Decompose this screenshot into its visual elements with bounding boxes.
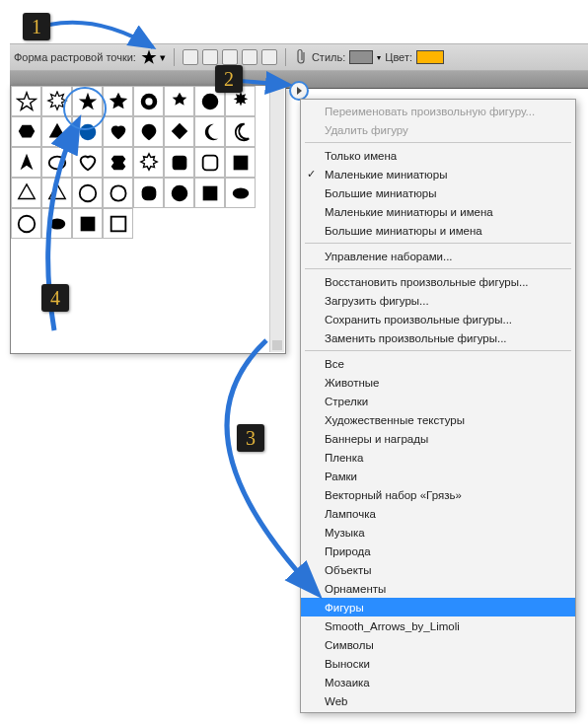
- menu-item[interactable]: Природа: [301, 542, 575, 560]
- mode-button-2[interactable]: [202, 49, 218, 65]
- menu-item[interactable]: Мозаика: [301, 673, 575, 691]
- menu-item[interactable]: Управление наборами...: [301, 247, 575, 265]
- shape-cell[interactable]: [194, 147, 225, 178]
- shape-cell[interactable]: [72, 178, 103, 208]
- color-swatch[interactable]: [416, 50, 444, 64]
- shape-cell[interactable]: [133, 147, 164, 178]
- paperclip-icon[interactable]: [294, 48, 308, 66]
- callout-2: 2: [215, 65, 243, 93]
- shape-cell[interactable]: [164, 178, 194, 208]
- callout-3: 3: [237, 424, 264, 452]
- shape-cell[interactable]: [11, 208, 41, 239]
- menu-item[interactable]: Животные: [301, 373, 575, 392]
- shape-cell[interactable]: [194, 116, 225, 147]
- menu-item[interactable]: Орнаменты: [301, 579, 575, 598]
- shape-cell[interactable]: [225, 147, 256, 178]
- menu-item[interactable]: Восстановить произвольные фигуры...: [301, 272, 575, 291]
- panel-scrollbar[interactable]: [269, 87, 284, 352]
- menu-item[interactable]: Заменить произвольные фигуры...: [301, 328, 575, 347]
- shape-cell[interactable]: [133, 178, 164, 208]
- menu-separator: [305, 142, 571, 143]
- menu-item[interactable]: Web: [301, 691, 575, 710]
- shape-cell[interactable]: [11, 178, 41, 208]
- mode-button-4[interactable]: [242, 49, 257, 65]
- menu-item[interactable]: Пленка: [301, 448, 575, 467]
- menu-item[interactable]: Фигуры: [301, 598, 575, 616]
- menu-item[interactable]: Стрелки: [301, 392, 575, 410]
- svg-point-12: [232, 187, 249, 198]
- menu-item: Удалить фигуру: [301, 120, 575, 139]
- shape-cell[interactable]: [41, 208, 72, 239]
- menu-item[interactable]: Маленькие миниатюры: [301, 165, 575, 183]
- menu-item: Переименовать произвольную фигуру...: [301, 102, 575, 120]
- shape-cell[interactable]: [164, 147, 194, 178]
- shape-cell[interactable]: [72, 208, 103, 239]
- mode-button-1[interactable]: [183, 49, 198, 65]
- menu-item[interactable]: Художественные текстуры: [301, 410, 575, 429]
- menu-item[interactable]: Smooth_Arrows_by_Limoli: [301, 616, 575, 635]
- menu-item[interactable]: Векторный набор «Грязь»: [301, 485, 575, 504]
- svg-point-1: [145, 98, 152, 105]
- menu-item[interactable]: Большие миниатюры и имена: [301, 221, 575, 240]
- menu-item[interactable]: Объекты: [301, 560, 575, 579]
- svg-point-13: [18, 215, 35, 232]
- menu-item[interactable]: Выноски: [301, 654, 575, 673]
- menu-item[interactable]: Сохранить произвольные фигуры...: [301, 310, 575, 328]
- chevron-down-icon[interactable]: ▾: [377, 53, 381, 62]
- annotation-circle: [63, 87, 107, 130]
- shape-cell[interactable]: [11, 86, 41, 116]
- shape-cell[interactable]: [41, 178, 72, 208]
- options-bar: Форма растровой точки: ▾ Стиль: ▾ Цвет:: [10, 43, 588, 71]
- style-label: Стиль:: [312, 51, 345, 63]
- menu-item[interactable]: Баннеры и награды: [301, 429, 575, 448]
- shape-selector[interactable]: ▾: [140, 48, 166, 66]
- svg-rect-7: [233, 155, 248, 170]
- shape-cell[interactable]: [225, 116, 256, 147]
- shape-cell[interactable]: [164, 86, 194, 116]
- svg-rect-9: [141, 185, 156, 200]
- shape-cell[interactable]: [103, 147, 133, 178]
- menu-separator: [305, 350, 571, 351]
- shape-cell[interactable]: [103, 86, 133, 116]
- menu-item[interactable]: Музыка: [301, 523, 575, 542]
- mode-button-5[interactable]: [261, 49, 277, 65]
- menu-item[interactable]: Рамки: [301, 467, 575, 485]
- menu-item[interactable]: Большие миниатюры: [301, 183, 575, 202]
- shape-cell[interactable]: [11, 116, 41, 147]
- callout-4: 4: [41, 284, 69, 312]
- svg-rect-5: [172, 155, 186, 170]
- shape-grid: [11, 86, 285, 239]
- menu-item[interactable]: Загрузить фигуры...: [301, 291, 575, 310]
- svg-point-2: [201, 93, 218, 109]
- shape-cell[interactable]: [164, 116, 194, 147]
- separator: [285, 48, 286, 66]
- mode-button-3[interactable]: [222, 49, 238, 65]
- shape-cell[interactable]: [133, 116, 164, 147]
- shape-cell[interactable]: [194, 178, 225, 208]
- separator: [174, 48, 175, 66]
- svg-point-14: [48, 218, 65, 229]
- shape-cell[interactable]: [103, 116, 133, 147]
- menu-item[interactable]: Только имена: [301, 146, 575, 165]
- menu-item[interactable]: Символы: [301, 635, 575, 654]
- star-icon: [140, 48, 158, 66]
- menu-item[interactable]: Лампочка: [301, 504, 575, 523]
- shape-cell[interactable]: [72, 147, 103, 178]
- svg-rect-15: [80, 216, 95, 231]
- shape-cell[interactable]: [103, 208, 133, 239]
- panel-flyout-button[interactable]: [289, 81, 309, 101]
- chevron-down-icon: ▾: [160, 51, 166, 64]
- shape-preset-menu: Переименовать произвольную фигуру...Удал…: [300, 99, 576, 713]
- menu-separator: [305, 243, 571, 244]
- svg-point-8: [79, 184, 96, 201]
- svg-rect-6: [202, 155, 217, 170]
- shape-cell[interactable]: [11, 147, 41, 178]
- shape-cell[interactable]: [41, 147, 72, 178]
- color-label: Цвет:: [385, 51, 412, 63]
- shape-cell[interactable]: [133, 86, 164, 116]
- style-swatch[interactable]: [349, 50, 373, 64]
- shape-cell[interactable]: [225, 178, 256, 208]
- menu-item[interactable]: Все: [301, 354, 575, 373]
- shape-cell[interactable]: [103, 178, 133, 208]
- menu-item[interactable]: Маленькие миниатюры и имена: [301, 202, 575, 221]
